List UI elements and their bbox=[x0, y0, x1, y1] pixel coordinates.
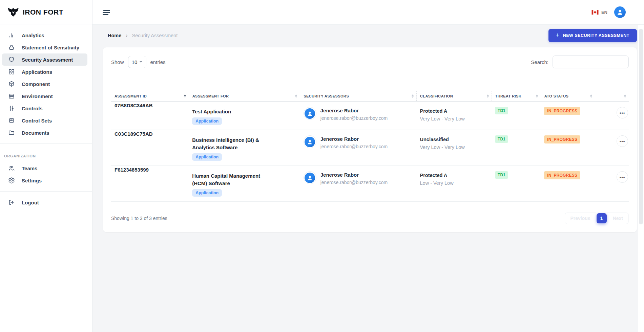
sidebar-item-logout[interactable]: Logout bbox=[2, 196, 87, 208]
table-row[interactable]: F61234853599 Human Capital Management (H… bbox=[111, 166, 629, 202]
card-icon bbox=[8, 117, 15, 124]
sidebar-item-controls[interactable]: Controls bbox=[2, 102, 87, 114]
table-controls: Show 10 entries Search: bbox=[111, 56, 629, 68]
sliders-icon bbox=[8, 105, 15, 112]
person-icon bbox=[307, 110, 313, 117]
sidebar-item-statement-of-sensitivity[interactable]: Statement of Sensitivity bbox=[2, 41, 87, 53]
person-icon bbox=[307, 139, 313, 145]
chevron-right-icon: › bbox=[126, 32, 127, 39]
sidebar-divider bbox=[0, 143, 92, 144]
logout-icon bbox=[8, 199, 15, 206]
sidebar-item-settings[interactable]: Settings bbox=[2, 174, 87, 186]
brand-name: IRON FORT bbox=[23, 8, 63, 16]
sidebar-item-label: Teams bbox=[22, 165, 37, 171]
sidebar-item-analytics[interactable]: Analytics bbox=[2, 29, 87, 41]
plus-icon: + bbox=[556, 32, 560, 38]
column-header-actions[interactable] bbox=[595, 91, 629, 102]
ato-status-badge: IN_PROGRESS bbox=[544, 171, 580, 179]
row-actions-button[interactable]: ••• bbox=[617, 107, 628, 118]
column-header-threat-risk[interactable]: THREAT RISK bbox=[492, 91, 541, 102]
sort-icon bbox=[487, 94, 489, 98]
page-size-select[interactable]: 10 bbox=[128, 56, 146, 68]
lock-icon bbox=[8, 44, 15, 51]
folder-icon bbox=[8, 129, 15, 136]
sort-icon bbox=[536, 94, 538, 98]
pagination-previous-button[interactable]: Previous bbox=[565, 213, 596, 224]
classification-range: Low - Very Low bbox=[420, 180, 489, 186]
threat-risk-badge: TD1 bbox=[495, 135, 508, 143]
page-size-control: Show 10 entries bbox=[111, 56, 166, 68]
people-icon bbox=[8, 165, 15, 172]
sidebar-item-security-assessment[interactable]: Security Assessment bbox=[2, 53, 87, 66]
entries-label: entries bbox=[150, 59, 166, 65]
canada-flag-icon bbox=[591, 10, 599, 15]
search-label: Search: bbox=[531, 59, 548, 65]
column-header-assessment-for[interactable]: ASSESSMENT FOR bbox=[189, 91, 300, 102]
search-input[interactable] bbox=[553, 56, 629, 68]
assessments-table: ASSESSMENT ID ASSESSMENT FOR SECURITY AS… bbox=[111, 91, 629, 202]
row-actions-button[interactable]: ••• bbox=[617, 171, 628, 183]
sidebar-item-control-sets[interactable]: Control Sets bbox=[2, 114, 87, 127]
sidebar-item-label: Controls bbox=[22, 106, 43, 111]
sidebar-item-label: Logout bbox=[22, 200, 39, 205]
new-security-assessment-button[interactable]: + NEW SECURITY ASSESSMENT bbox=[548, 29, 637, 42]
server-icon bbox=[8, 93, 15, 99]
brand-logo[interactable]: IRON FORT bbox=[0, 0, 92, 24]
sidebar-item-environment[interactable]: Environment bbox=[2, 90, 87, 102]
classification-level: Protected A bbox=[420, 171, 489, 179]
row-actions-button[interactable]: ••• bbox=[617, 135, 628, 147]
showing-entries-text: Showing 1 to 3 of 3 entries bbox=[111, 216, 167, 221]
assessment-for-name: Test Application bbox=[192, 107, 265, 115]
table-row[interactable]: C03C189C75AD Business Intelligence (BI) … bbox=[111, 130, 629, 166]
assessment-table-card: Show 10 entries Search: bbox=[103, 47, 637, 232]
assessor-name: Jenerose Rabor bbox=[320, 135, 388, 143]
type-badge: Application bbox=[192, 189, 222, 197]
assessor-email: jenerose.rabor@buzzerboy.com bbox=[320, 144, 388, 149]
assessment-id: F61234853599 bbox=[111, 166, 189, 202]
assessor-avatar bbox=[304, 107, 316, 120]
sort-icon bbox=[184, 94, 186, 98]
sidebar-item-label: Control Sets bbox=[22, 118, 52, 124]
sidebar-item-label: Analytics bbox=[22, 32, 44, 38]
type-badge: Application bbox=[192, 153, 222, 161]
column-header-ato-status[interactable]: ATO STATUS bbox=[541, 91, 595, 102]
column-header-classification[interactable]: CLASSIFICATION bbox=[417, 91, 492, 102]
sidebar-item-label: Statement of Sensitivity bbox=[22, 45, 79, 50]
assessor-avatar bbox=[304, 135, 316, 148]
sidebar-divider bbox=[0, 191, 92, 192]
chevron-down-icon bbox=[140, 61, 142, 63]
type-badge: Application bbox=[192, 117, 222, 125]
sidebar-nav: Analytics Statement of Sensitivity Secur… bbox=[0, 24, 92, 139]
assessment-id: 07B8D8C346AB bbox=[111, 102, 189, 130]
column-header-assessment-id[interactable]: ASSESSMENT ID bbox=[111, 91, 189, 102]
breadcrumb-home-link[interactable]: Home bbox=[108, 33, 121, 38]
assessor-name: Jenerose Rabor bbox=[320, 171, 388, 179]
pagination-next-button[interactable]: Next bbox=[607, 213, 629, 224]
sidebar-item-label: Environment bbox=[22, 93, 53, 99]
pagination-page-1-button[interactable]: 1 bbox=[597, 213, 607, 223]
sidebar-item-documents[interactable]: Documents bbox=[2, 127, 87, 139]
scrollbar-thumb[interactable] bbox=[639, 29, 643, 224]
column-header-security-assessors[interactable]: SECURITY ASSESSORS bbox=[300, 91, 417, 102]
topbar: EN bbox=[92, 0, 644, 25]
sidebar-item-component[interactable]: Component bbox=[2, 78, 87, 90]
user-avatar[interactable] bbox=[614, 6, 626, 18]
sidebar-toggle-button[interactable] bbox=[103, 10, 111, 15]
table-row[interactable]: 07B8D8C346AB Test Application Applicatio… bbox=[111, 102, 629, 130]
scrollbar[interactable] bbox=[638, 25, 644, 332]
sort-icon bbox=[295, 94, 297, 98]
brand-logo-icon bbox=[7, 7, 19, 17]
sidebar-item-teams[interactable]: Teams bbox=[2, 162, 87, 174]
sidebar-item-label: Settings bbox=[22, 178, 42, 183]
person-icon bbox=[307, 175, 313, 181]
bar-chart-icon bbox=[8, 32, 15, 39]
main-area: EN Home › Security Assessment + NEW SECU… bbox=[92, 0, 644, 332]
classification-level: Protected A bbox=[420, 107, 489, 115]
assessment-for-name: Business Intelligence (BI) & Analytics S… bbox=[192, 135, 265, 151]
page-size-value: 10 bbox=[132, 59, 138, 65]
search-control: Search: bbox=[531, 56, 629, 68]
language-selector[interactable]: EN bbox=[591, 10, 607, 15]
classification-level: Unclassified bbox=[420, 135, 489, 143]
sidebar-item-applications[interactable]: Applications bbox=[2, 66, 87, 78]
classification-range: Very Low - Very Low bbox=[420, 145, 489, 150]
